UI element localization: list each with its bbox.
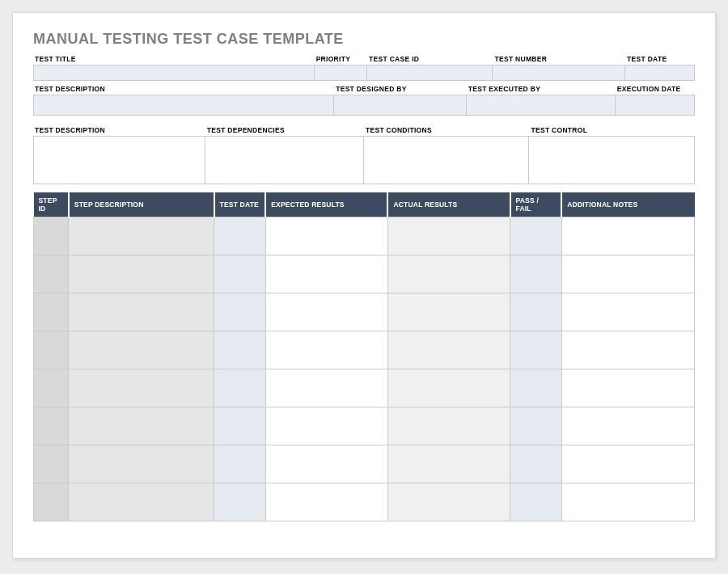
- input-test-number[interactable]: [492, 65, 625, 81]
- cell-test_date[interactable]: [214, 445, 266, 483]
- cell-expected_results[interactable]: [265, 293, 387, 331]
- cell-expected_results[interactable]: [265, 255, 387, 293]
- label-test-description-r2: TEST DESCRIPTION: [33, 82, 334, 95]
- cell-test_date[interactable]: [214, 293, 266, 331]
- cell-step_id[interactable]: [34, 293, 69, 331]
- cell-step_description[interactable]: [69, 445, 214, 483]
- cell-step_description[interactable]: [69, 407, 214, 445]
- cell-actual_results[interactable]: [387, 217, 510, 255]
- label-test-control: TEST CONTROL: [529, 124, 695, 136]
- cell-additional_notes[interactable]: [561, 407, 694, 445]
- cell-step_description[interactable]: [69, 293, 214, 331]
- cell-actual_results[interactable]: [387, 483, 510, 521]
- cell-actual_results[interactable]: [387, 331, 510, 369]
- cell-test_date[interactable]: [214, 255, 266, 293]
- cell-pass_fail[interactable]: [510, 331, 562, 369]
- label-test-title: TEST TITLE: [33, 53, 315, 65]
- cell-additional_notes[interactable]: [561, 445, 694, 483]
- cell-expected_results[interactable]: [265, 483, 387, 521]
- input-execution-date[interactable]: [615, 95, 695, 116]
- cell-pass_fail[interactable]: [510, 255, 562, 293]
- input-priority[interactable]: [314, 65, 367, 81]
- cell-step_id[interactable]: [34, 483, 69, 521]
- table-row: [34, 483, 695, 521]
- cell-step_id[interactable]: [34, 217, 69, 255]
- label-test-date: TEST DATE: [625, 53, 695, 65]
- steps-table: STEP ID STEP DESCRIPTION TEST DATE EXPEC…: [33, 192, 695, 521]
- cell-pass_fail[interactable]: [510, 407, 562, 445]
- page-title: MANUAL TESTING TEST CASE TEMPLATE: [33, 31, 695, 48]
- input-test-conditions[interactable]: [363, 136, 530, 184]
- cell-actual_results[interactable]: [387, 407, 510, 445]
- label-test-dependencies: TEST DEPENDENCIES: [205, 124, 364, 136]
- cell-actual_results[interactable]: [387, 445, 510, 483]
- cell-step_id[interactable]: [34, 369, 69, 407]
- label-test-number: TEST NUMBER: [493, 53, 625, 65]
- label-test-description-r3: TEST DESCRIPTION: [33, 124, 205, 136]
- label-test-executed-by: TEST EXECUTED BY: [467, 82, 616, 95]
- cell-actual_results[interactable]: [387, 369, 510, 407]
- cell-expected_results[interactable]: [265, 369, 387, 407]
- table-row: [34, 445, 695, 483]
- input-test-description-r2[interactable]: [33, 95, 334, 116]
- table-row: [34, 217, 695, 255]
- input-test-case-id[interactable]: [366, 65, 493, 81]
- input-test-dependencies[interactable]: [205, 136, 364, 184]
- header-row-1: TEST TITLE PRIORITY TEST CASE ID TEST NU…: [33, 53, 695, 81]
- table-row: [34, 331, 695, 369]
- header-step-description: STEP DESCRIPTION: [69, 192, 214, 217]
- cell-step_description[interactable]: [69, 331, 214, 369]
- template-page: MANUAL TESTING TEST CASE TEMPLATE TEST T…: [12, 12, 716, 559]
- cell-test_date[interactable]: [214, 369, 266, 407]
- header-test-date: TEST DATE: [214, 192, 266, 217]
- input-test-control[interactable]: [528, 136, 695, 184]
- cell-step_id[interactable]: [34, 331, 69, 369]
- table-row: [34, 407, 695, 445]
- cell-pass_fail[interactable]: [510, 483, 562, 521]
- cell-actual_results[interactable]: [387, 255, 510, 293]
- cell-pass_fail[interactable]: [510, 293, 562, 331]
- steps-header-row: STEP ID STEP DESCRIPTION TEST DATE EXPEC…: [34, 192, 695, 217]
- input-test-date[interactable]: [624, 65, 695, 81]
- cell-pass_fail[interactable]: [510, 445, 562, 483]
- cell-additional_notes[interactable]: [561, 483, 694, 521]
- header-additional-notes: ADDITIONAL NOTES: [561, 192, 694, 217]
- header-expected-results: EXPECTED RESULTS: [265, 192, 387, 217]
- cell-step_id[interactable]: [34, 255, 69, 293]
- table-row: [34, 369, 695, 407]
- cell-expected_results[interactable]: [265, 407, 387, 445]
- cell-additional_notes[interactable]: [561, 255, 694, 293]
- cell-test_date[interactable]: [214, 217, 266, 255]
- label-priority: PRIORITY: [315, 53, 367, 65]
- cell-expected_results[interactable]: [265, 217, 387, 255]
- cell-expected_results[interactable]: [265, 331, 387, 369]
- cell-step_description[interactable]: [69, 255, 214, 293]
- label-execution-date: EXECUTION DATE: [616, 82, 695, 95]
- header-actual-results: ACTUAL RESULTS: [387, 192, 510, 217]
- cell-additional_notes[interactable]: [561, 331, 694, 369]
- cell-step_description[interactable]: [69, 369, 214, 407]
- cell-additional_notes[interactable]: [561, 293, 694, 331]
- header-row-3: TEST DESCRIPTION TEST DEPENDENCIES TEST …: [33, 124, 695, 184]
- cell-test_date[interactable]: [214, 407, 266, 445]
- input-test-title[interactable]: [33, 65, 315, 81]
- label-test-case-id: TEST CASE ID: [367, 53, 493, 65]
- cell-step_id[interactable]: [34, 407, 69, 445]
- header-step-id: STEP ID: [34, 192, 69, 217]
- cell-actual_results[interactable]: [387, 293, 510, 331]
- cell-step_id[interactable]: [34, 445, 69, 483]
- cell-test_date[interactable]: [214, 483, 266, 521]
- cell-test_date[interactable]: [214, 331, 266, 369]
- cell-pass_fail[interactable]: [510, 369, 562, 407]
- table-row: [34, 293, 695, 331]
- cell-additional_notes[interactable]: [561, 369, 694, 407]
- cell-expected_results[interactable]: [265, 445, 387, 483]
- cell-pass_fail[interactable]: [510, 217, 562, 255]
- cell-step_description[interactable]: [69, 483, 214, 521]
- input-test-description-r3[interactable]: [33, 136, 205, 184]
- cell-additional_notes[interactable]: [561, 217, 694, 255]
- table-row: [34, 255, 695, 293]
- input-test-executed-by[interactable]: [466, 95, 616, 116]
- input-test-designed-by[interactable]: [333, 95, 467, 116]
- cell-step_description[interactable]: [69, 217, 214, 255]
